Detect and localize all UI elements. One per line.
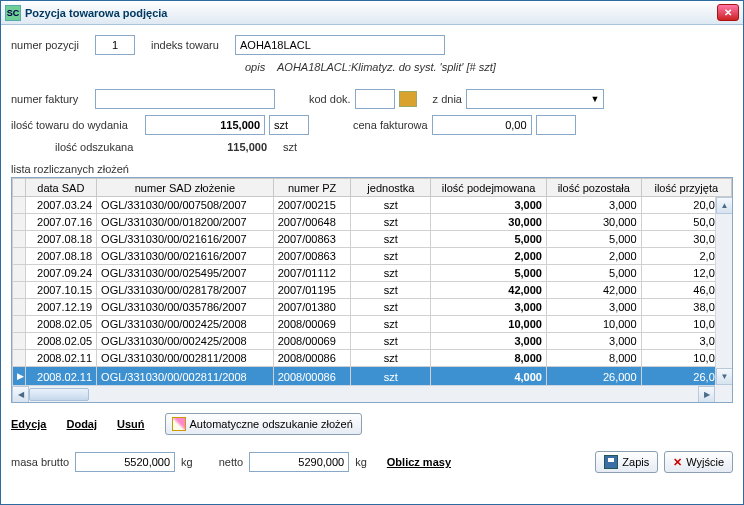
scroll-left-icon[interactable]: ◀: [12, 386, 29, 403]
table-row[interactable]: 2007.10.15OGL/331030/00/028178/20072007/…: [13, 282, 732, 299]
ilosc-wydania-input[interactable]: [145, 115, 265, 135]
jm-odszukana: szt: [283, 141, 297, 153]
netto-jm: kg: [355, 456, 367, 468]
scroll-thumb[interactable]: [29, 388, 89, 401]
wand-icon: [172, 417, 186, 431]
cena-waluta-input[interactable]: [536, 115, 576, 135]
z-dnia-dropdown[interactable]: ▼: [466, 89, 604, 109]
oblicz-masy-button[interactable]: Oblicz masy: [387, 456, 451, 468]
app-icon: SC: [5, 5, 21, 21]
cena-fakturowa-input[interactable]: [432, 115, 532, 135]
masa-brutto-input[interactable]: [75, 452, 175, 472]
table-container: data SAD numer SAD złożenie numer PZ jed…: [11, 177, 733, 403]
ilosc-wydania-label: ilość towaru do wydania: [11, 119, 141, 131]
scrollbar-horizontal[interactable]: ◀ ▶: [12, 385, 715, 402]
chevron-down-icon[interactable]: ▼: [587, 94, 603, 104]
indeks-towaru-label: indeks towaru: [151, 39, 231, 51]
brutto-jm: kg: [181, 456, 193, 468]
scroll-right-icon[interactable]: ▶: [698, 386, 715, 403]
edycja-button[interactable]: Edycja: [11, 418, 46, 430]
table-row[interactable]: 2007.12.19OGL/331030/00/035786/20072007/…: [13, 299, 732, 316]
numer-faktury-label: numer faktury: [11, 93, 91, 105]
th-ilosc-przyjeta[interactable]: ilość przyjęta: [641, 179, 731, 197]
table-header-row: data SAD numer SAD złożenie numer PZ jed…: [13, 179, 732, 197]
jm-wydania-input[interactable]: [269, 115, 309, 135]
data-table[interactable]: data SAD numer SAD złożenie numer PZ jed…: [12, 178, 732, 387]
kod-dok-label: kod dok.: [309, 93, 351, 105]
dodaj-button[interactable]: Dodaj: [66, 418, 97, 430]
numer-pozycji-label: numer pozycji: [11, 39, 91, 51]
table-row[interactable]: 2008.02.11OGL/331030/00/002811/20082008/…: [13, 350, 732, 367]
zapis-button[interactable]: Zapis: [595, 451, 658, 473]
table-row[interactable]: 2007.09.24OGL/331030/00/025495/20072007/…: [13, 265, 732, 282]
z-dnia-label: z dnia: [433, 93, 462, 105]
masa-netto-input[interactable]: [249, 452, 349, 472]
th-data-sad[interactable]: data SAD: [25, 179, 96, 197]
scroll-down-icon[interactable]: ▼: [716, 368, 733, 385]
cena-fakturowa-label: cena fakturowa: [353, 119, 428, 131]
save-icon: [604, 455, 618, 469]
ilosc-odszukana-value: 115,000: [149, 141, 267, 153]
auto-odszukanie-button[interactable]: Automatyczne odszukanie złożeń: [165, 413, 362, 435]
th-ilosc-podejmowana[interactable]: ilość podejmowana: [431, 179, 547, 197]
table-row[interactable]: 2008.02.05OGL/331030/00/002425/20082008/…: [13, 333, 732, 350]
lookup-icon[interactable]: [399, 91, 417, 107]
table-row[interactable]: 2007.07.16OGL/331030/00/018200/20072007/…: [13, 214, 732, 231]
table-title: lista rozliczanych złożeń: [11, 163, 733, 175]
scroll-up-icon[interactable]: ▲: [716, 197, 733, 214]
wyjscie-button[interactable]: ✕ Wyjście: [664, 451, 733, 473]
titlebar: SC Pozycja towarowa podjęcia ✕: [1, 1, 743, 25]
kod-dok-input[interactable]: [355, 89, 395, 109]
table-row[interactable]: ▶2008.02.11OGL/331030/00/002811/20082008…: [13, 367, 732, 387]
masa-brutto-label: masa brutto: [11, 456, 69, 468]
table-row[interactable]: 2007.08.18OGL/331030/00/021616/20072007/…: [13, 248, 732, 265]
numer-pozycji-input[interactable]: [95, 35, 135, 55]
dialog-window: SC Pozycja towarowa podjęcia ✕ numer poz…: [0, 0, 744, 505]
close-icon: ✕: [673, 456, 682, 469]
scrollbar-vertical[interactable]: ▲ ▼: [715, 197, 732, 385]
th-jednostka[interactable]: jednostka: [351, 179, 431, 197]
row-marker-icon: ▶: [17, 368, 21, 385]
indeks-towaru-input[interactable]: [235, 35, 445, 55]
th-ilosc-pozostala[interactable]: ilość pozostała: [546, 179, 641, 197]
opis-value: AOHA18LACL:Klimatyz. do syst. 'split' [#…: [277, 61, 496, 73]
close-button[interactable]: ✕: [717, 4, 739, 21]
z-dnia-input[interactable]: [467, 90, 587, 108]
table-row[interactable]: 2008.02.05OGL/331030/00/002425/20082008/…: [13, 316, 732, 333]
table-row[interactable]: 2007.03.24OGL/331030/00/007508/20072007/…: [13, 197, 732, 214]
window-title: Pozycja towarowa podjęcia: [25, 7, 717, 19]
masa-netto-label: netto: [219, 456, 243, 468]
usun-button[interactable]: Usuń: [117, 418, 145, 430]
opis-label: opis: [245, 61, 273, 73]
numer-faktury-input[interactable]: [95, 89, 275, 109]
th-numer-pz[interactable]: numer PZ: [273, 179, 351, 197]
table-row[interactable]: 2007.08.18OGL/331030/00/021616/20072007/…: [13, 231, 732, 248]
ilosc-odszukana-label: ilość odszukana: [55, 141, 145, 153]
th-numer-sad[interactable]: numer SAD złożenie: [97, 179, 274, 197]
